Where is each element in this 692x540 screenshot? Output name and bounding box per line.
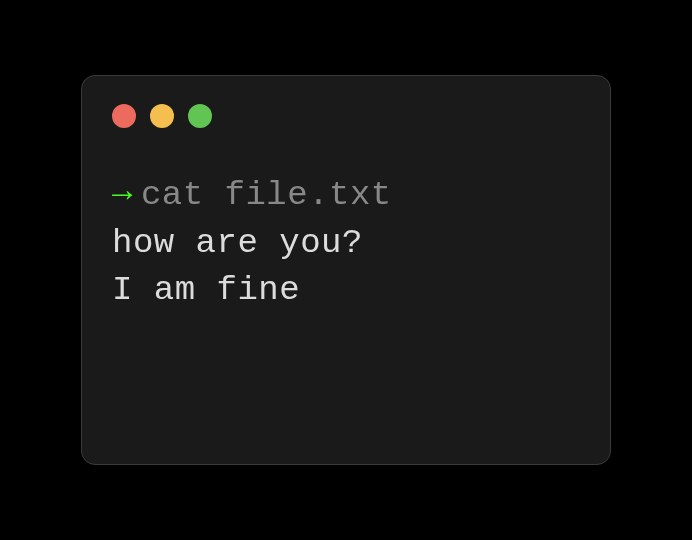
command-text: cat file.txt: [141, 176, 392, 214]
command-line: →cat file.txt: [112, 172, 580, 220]
output-line: how are you?: [112, 220, 580, 268]
close-icon[interactable]: [112, 104, 136, 128]
terminal-window: →cat file.txt how are you? I am fine: [81, 75, 611, 465]
maximize-icon[interactable]: [188, 104, 212, 128]
minimize-icon[interactable]: [150, 104, 174, 128]
terminal-body[interactable]: →cat file.txt how are you? I am fine: [112, 172, 580, 315]
output-line: I am fine: [112, 267, 580, 315]
window-titlebar: [112, 104, 580, 128]
prompt-arrow-icon: →: [112, 176, 133, 214]
